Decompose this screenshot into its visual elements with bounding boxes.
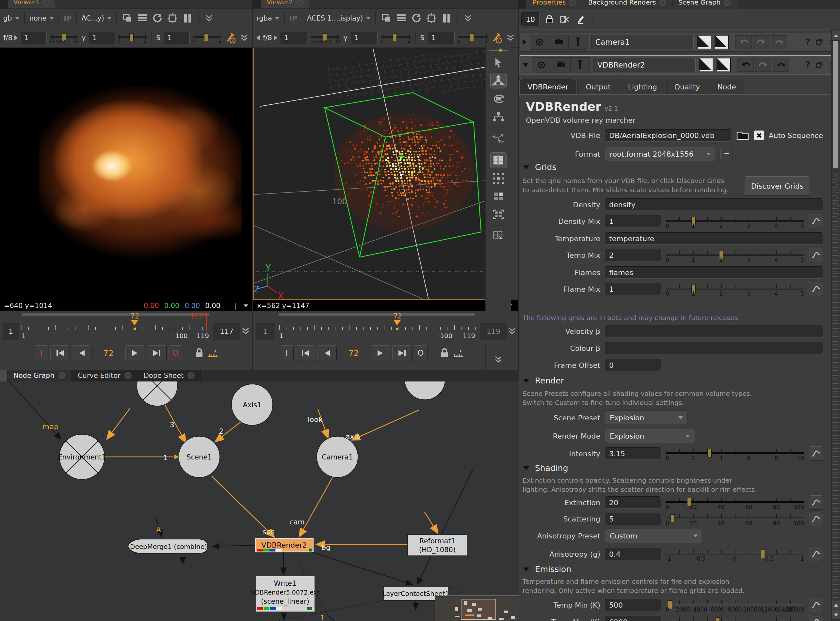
range-end-box[interactable]: 119	[480, 323, 507, 340]
chevron-double-icon[interactable]	[240, 325, 252, 337]
temp-min-slider[interactable]: 0200040006000800010000120001400016000	[665, 598, 804, 612]
refresh-icon[interactable]	[152, 12, 163, 24]
panel-stub[interactable]	[0, 370, 8, 382]
layers-icon[interactable]	[395, 12, 407, 24]
close-icon[interactable]: ✕	[724, 0, 731, 6]
frame-range-icon[interactable]	[207, 347, 219, 359]
temp-max-input[interactable]: 6000	[605, 616, 661, 621]
refresh-icon[interactable]	[410, 12, 422, 24]
in-point-button[interactable]: I	[280, 345, 294, 361]
rotate-tool-icon[interactable]	[491, 91, 506, 106]
monitor-icon[interactable]	[551, 58, 571, 72]
velocity-input[interactable]	[605, 325, 823, 338]
curve-button[interactable]	[809, 495, 823, 510]
tab-viewer1[interactable]: Viewer1 ✕	[8, 0, 56, 9]
pause-icon[interactable]	[182, 12, 193, 24]
frame-range-icon[interactable]	[452, 347, 464, 359]
density-mix-input[interactable]: 1	[605, 215, 661, 227]
scene-hierarchy-icon[interactable]	[491, 109, 506, 124]
play-button[interactable]	[371, 345, 390, 361]
tab-curve-editor[interactable]: Curve Editor✕	[72, 370, 138, 382]
chevron-double-icon[interactable]	[462, 12, 474, 24]
density-mix-slider[interactable]: 012345	[665, 214, 804, 229]
wipe-icon[interactable]	[122, 12, 133, 24]
gamma-input[interactable]: 1	[89, 32, 115, 44]
lock-icon[interactable]	[544, 14, 555, 25]
edit-pencil-icon[interactable]	[575, 14, 586, 25]
undo-icon[interactable]	[735, 35, 752, 49]
select-tool-icon[interactable]	[491, 55, 506, 70]
play-button[interactable]	[125, 345, 145, 361]
next-keyframe-button[interactable]	[147, 345, 167, 361]
prev-keyframe-button[interactable]	[50, 345, 70, 361]
toggle-a[interactable]	[697, 35, 711, 49]
viewer-process-dropdown[interactable]: AC...y)	[81, 14, 111, 22]
tab-viewer2[interactable]: Viewer2 ✕	[261, 0, 309, 9]
format-dropdown[interactable]: root.format 2048x1556	[605, 147, 716, 161]
input-process-button[interactable]: IP	[64, 14, 71, 23]
out-point-button[interactable]: O	[169, 345, 182, 361]
gate-overlay-icon[interactable]	[167, 12, 178, 24]
vdbrender2-title-field[interactable]: VDBRender2	[593, 58, 696, 72]
tab-properties[interactable]: Properties✕	[527, 0, 582, 9]
flame-mix-slider[interactable]: 012345	[665, 282, 804, 296]
wrench-icon[interactable]	[571, 58, 589, 72]
camera1-title-field[interactable]: Camera1	[591, 35, 694, 49]
curve-button[interactable]	[809, 512, 823, 526]
channels-dropdown[interactable]: gb	[3, 14, 20, 22]
help-icon[interactable]: ?	[805, 60, 810, 70]
saturation-slider[interactable]: 04	[193, 31, 222, 44]
node-graph-canvas[interactable]: map 3 2 1 look axis A B scn cam bg 1 Env	[0, 382, 519, 621]
layer-dropdown[interactable]: none	[29, 14, 54, 22]
tab-quality[interactable]: Quality	[666, 79, 708, 94]
anisotropy-input[interactable]: 0.4	[605, 548, 661, 560]
float-panel-icon[interactable]	[814, 59, 825, 71]
curve-button[interactable]	[809, 615, 823, 621]
curve-button[interactable]	[809, 547, 823, 561]
translate-tool-icon[interactable]	[490, 73, 507, 88]
curve-button[interactable]	[809, 214, 823, 229]
emission-section-header[interactable]: Emission	[523, 565, 571, 574]
extinction-slider[interactable]: 020406080100	[665, 495, 804, 510]
vdb-file-input[interactable]: DB/AerialExplosion_0000.vdb	[605, 129, 731, 142]
saturation-slider[interactable]: 04	[458, 31, 488, 44]
saturation-input[interactable]: 1	[428, 32, 455, 44]
scattering-slider[interactable]: 020406080100	[665, 512, 804, 526]
layers-icon[interactable]	[137, 12, 148, 24]
tab-node[interactable]: Node	[709, 79, 744, 94]
undo-icon[interactable]	[737, 58, 754, 72]
scroll-down-icon[interactable]	[832, 610, 840, 620]
render-mode-dropdown[interactable]: Explosion	[605, 429, 695, 443]
scroll-up-icon[interactable]	[832, 600, 840, 610]
arrow-right-icon[interactable]	[14, 35, 18, 41]
scroll-up-icon[interactable]	[832, 31, 840, 41]
window-select-icon[interactable]	[491, 229, 506, 244]
clear-panels-icon[interactable]	[559, 14, 571, 25]
extinction-input[interactable]: 20	[605, 496, 661, 509]
panel-stub[interactable]	[0, 0, 8, 9]
intensity-input[interactable]: 3.15	[605, 447, 661, 460]
scene-preset-dropdown[interactable]: Explosion	[605, 410, 688, 425]
gamma-slider[interactable]: 04	[381, 31, 410, 44]
tab-output[interactable]: Output	[577, 79, 618, 94]
wrench-icon[interactable]	[569, 35, 588, 49]
chevron-down-icon[interactable]	[244, 304, 248, 307]
viewer2-3d-viewport[interactable]: 100 Y Z X	[253, 48, 485, 300]
gamma-input[interactable]: 1	[351, 32, 378, 44]
chevron-double-icon[interactable]	[506, 32, 515, 44]
range-start-box[interactable]: 1	[257, 323, 275, 340]
gain-input[interactable]: 1	[21, 32, 47, 44]
tab-node-graph[interactable]: Node Graph✕	[8, 370, 72, 382]
arrow-right-icon[interactable]	[274, 35, 277, 41]
gamma-slider[interactable]: 04	[118, 31, 147, 44]
range-end-box[interactable]: 117	[213, 323, 240, 340]
help-icon[interactable]: ?	[805, 37, 810, 47]
lock-range-icon[interactable]	[439, 347, 450, 359]
redo-icon[interactable]	[753, 35, 769, 49]
center-node-icon[interactable]	[532, 58, 551, 72]
tab-background-renders[interactable]: Background Renders✕	[582, 0, 673, 9]
flame-mix-input[interactable]: 1	[605, 283, 661, 295]
quad-view-icon[interactable]	[491, 189, 506, 204]
colour-input[interactable]	[605, 342, 823, 354]
grids-section-header[interactable]: Grids	[523, 162, 556, 172]
